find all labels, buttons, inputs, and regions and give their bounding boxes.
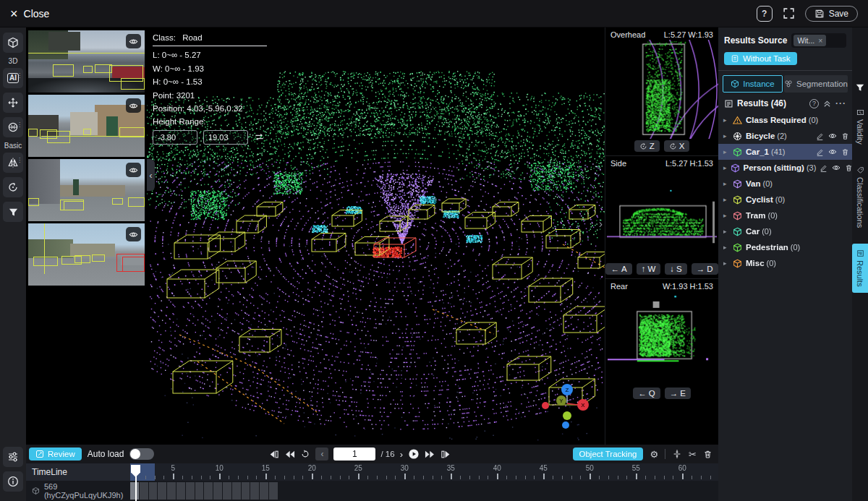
frame-segment[interactable] xyxy=(149,482,158,500)
play-icon[interactable] xyxy=(408,448,420,460)
tab-classifications[interactable]: Classifications xyxy=(852,160,868,234)
result-class-row[interactable]: ▸ Tram (0) xyxy=(718,207,852,223)
toggle-visibility-button[interactable] xyxy=(126,227,141,241)
camera-view-3[interactable] xyxy=(28,159,145,221)
tab-results[interactable]: Results xyxy=(852,244,868,293)
result-class-row[interactable]: ▸ Class Required (0) xyxy=(718,112,852,128)
next-frame-button[interactable]: › xyxy=(400,449,403,460)
track-blocks[interactable] xyxy=(130,481,718,501)
filter-icon[interactable] xyxy=(855,82,865,93)
toggle-visibility-button[interactable] xyxy=(126,98,141,113)
expand-caret-icon[interactable]: ▸ xyxy=(723,148,729,155)
save-button[interactable]: Save xyxy=(805,6,858,22)
move-up-button[interactable]: ↑W xyxy=(637,263,661,275)
rotate-left-button[interactable]: ←Q xyxy=(633,387,660,399)
object-tracking-button[interactable]: Object Tracking xyxy=(573,448,644,461)
expand-caret-icon[interactable]: ▸ xyxy=(723,212,729,219)
eye-icon[interactable] xyxy=(828,132,837,140)
rotate-tool-button[interactable] xyxy=(3,177,23,197)
edit-icon[interactable] xyxy=(816,148,824,156)
source-tag-chip[interactable]: Wit... × xyxy=(793,35,826,46)
collapse-all-icon[interactable] xyxy=(822,99,832,108)
results-source-select[interactable]: Wit... × xyxy=(791,33,846,48)
frame-segment[interactable] xyxy=(269,482,278,500)
result-class-row[interactable]: ▸ Car_1 (41) xyxy=(718,144,852,160)
result-class-row[interactable]: ▸ Bicycle (2) xyxy=(718,128,852,144)
frame-segment[interactable] xyxy=(213,482,222,500)
height-min-input[interactable] xyxy=(153,130,197,145)
mirror-tool-button[interactable]: ⋮ xyxy=(3,153,23,173)
frame-segment[interactable] xyxy=(242,482,250,500)
frame-segment[interactable] xyxy=(250,482,259,500)
tab-instance[interactable]: Instance xyxy=(723,75,783,93)
frame-segment[interactable] xyxy=(176,482,185,500)
delete-frame-icon[interactable] xyxy=(703,450,712,459)
tag-close-icon[interactable]: × xyxy=(818,36,822,45)
toggle-visibility-button[interactable] xyxy=(126,34,141,48)
result-class-row[interactable]: ▸ Person (sitting) (3) xyxy=(718,160,852,176)
axis-gizmo[interactable]: Y Z X xyxy=(535,381,595,429)
result-class-row[interactable]: ▸ Cyclist (0) xyxy=(718,192,852,207)
close-icon[interactable]: × xyxy=(10,7,18,20)
filter-tool-button[interactable] xyxy=(3,202,23,222)
fast-forward-icon[interactable] xyxy=(425,449,435,460)
expand-caret-icon[interactable]: ▸ xyxy=(723,244,729,251)
tab-validity[interactable]: Validity xyxy=(852,103,868,150)
frame-segment[interactable] xyxy=(195,482,204,500)
move-left-button[interactable]: ←A xyxy=(605,263,631,275)
without-task-button[interactable]: Without Task xyxy=(724,52,797,65)
help-icon[interactable]: ? xyxy=(757,6,773,22)
expand-caret-icon[interactable]: ▸ xyxy=(723,228,729,235)
timeline-ruler[interactable]: 51015202530354045505560 xyxy=(130,463,718,481)
eye-icon[interactable] xyxy=(828,147,837,156)
result-class-row[interactable]: ▸ Pedestrian (0) xyxy=(718,239,852,255)
first-frame-icon[interactable] xyxy=(268,449,279,460)
frame-segment[interactable] xyxy=(204,482,213,500)
review-button[interactable]: Review xyxy=(29,448,82,461)
camera-view-4[interactable] xyxy=(28,223,145,286)
rewind-icon[interactable] xyxy=(284,449,295,460)
expand-caret-icon[interactable]: ▸ xyxy=(723,116,729,124)
more-options-icon[interactable]: ··· xyxy=(835,98,846,108)
ai-annotation-button[interactable]: AI⋮ xyxy=(3,68,23,88)
result-class-row[interactable]: ▸ Car (0) xyxy=(718,223,852,239)
edit-icon[interactable] xyxy=(820,164,827,172)
expand-caret-icon[interactable]: ▸ xyxy=(723,132,729,140)
collapse-views-handle[interactable]: › xyxy=(597,208,605,240)
result-class-row[interactable]: ▸ Misc (0) xyxy=(718,255,852,271)
trash-icon[interactable] xyxy=(841,148,849,156)
rotate-right-button[interactable]: →E xyxy=(665,387,691,399)
rear-canvas[interactable] xyxy=(605,291,718,386)
info-button[interactable] xyxy=(3,471,23,492)
replay-icon[interactable] xyxy=(300,449,310,459)
move-right-button[interactable]: →D xyxy=(692,263,718,275)
cube-tool-button[interactable] xyxy=(3,33,23,53)
frame-segment[interactable] xyxy=(232,482,241,500)
frame-segment[interactable] xyxy=(223,482,231,500)
result-class-row[interactable]: ▸ Van (0) xyxy=(718,176,852,192)
trash-icon[interactable] xyxy=(841,132,849,140)
eye-icon[interactable] xyxy=(832,163,841,172)
camera-view-2[interactable] xyxy=(28,95,145,157)
frame-segment[interactable] xyxy=(260,482,268,500)
frame-segment[interactable] xyxy=(140,482,148,500)
results-help-icon[interactable]: ? xyxy=(809,99,819,108)
frame-segment[interactable] xyxy=(167,482,176,500)
collapse-thumbnails-handle[interactable]: ‹ xyxy=(147,159,155,191)
prev-frame-button[interactable]: ‹ xyxy=(315,448,328,461)
edit-icon[interactable] xyxy=(816,132,824,140)
trash-icon[interactable] xyxy=(845,164,852,172)
move-tool-button[interactable] xyxy=(3,93,23,113)
frame-segment[interactable] xyxy=(130,482,139,500)
last-frame-icon[interactable] xyxy=(441,449,451,460)
display-settings-button[interactable] xyxy=(3,447,23,467)
expand-caret-icon[interactable]: ▸ xyxy=(723,180,729,187)
rotate-x-button[interactable]: X xyxy=(664,140,690,152)
rotate-z-button[interactable]: Z xyxy=(634,140,660,152)
model-tool-button[interactable]: ⋮ xyxy=(3,117,23,137)
expand-caret-icon[interactable]: ▸ xyxy=(723,164,727,171)
scissors-icon[interactable]: ✂ xyxy=(689,450,697,459)
overhead-canvas[interactable] xyxy=(605,40,718,139)
frame-number-input[interactable] xyxy=(333,448,375,461)
side-canvas[interactable] xyxy=(605,168,718,262)
